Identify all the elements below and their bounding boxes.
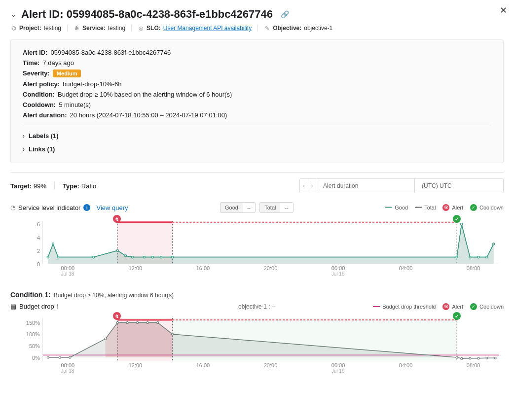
sli-title: Service level indicator [18, 204, 80, 211]
svg-point-39 [493, 243, 495, 245]
svg-point-61 [477, 357, 479, 359]
alert-info-card: Alert ID:05994085-8a0c-4238-863f-e1bbc42… [10, 39, 504, 163]
svg-point-53 [126, 321, 128, 323]
svg-point-26 [93, 256, 95, 258]
slo-icon: ◎ [138, 25, 144, 32]
svg-point-58 [456, 356, 458, 358]
svg-point-55 [147, 321, 148, 323]
svg-point-27 [116, 249, 118, 251]
header-meta: ⌬Project:testing ❋Service:testing ◎SLO:U… [10, 25, 504, 32]
svg-point-37 [477, 256, 479, 258]
svg-point-57 [171, 333, 173, 335]
cooldown-marker: ✓ [453, 215, 461, 223]
service-icon: ❋ [73, 25, 80, 32]
svg-point-29 [131, 256, 133, 258]
svg-point-38 [486, 256, 488, 258]
page-title: Alert ID: 05994085-8a0c-4238-863f-e1bbc4… [21, 8, 273, 21]
objective-icon: ✎ [264, 25, 270, 32]
svg-point-24 [52, 243, 54, 245]
timezone-select[interactable]: (UTC) UTC [415, 178, 504, 193]
svg-point-62 [486, 357, 488, 359]
svg-point-34 [456, 256, 458, 258]
info-icon[interactable]: i [57, 303, 59, 310]
sli-icon: ◔ [10, 204, 15, 211]
svg-point-48 [47, 356, 49, 358]
good-pill: Good-- [220, 202, 256, 213]
svg-point-36 [469, 256, 471, 258]
svg-point-56 [157, 321, 159, 323]
info-icon[interactable]: i [83, 204, 90, 211]
svg-point-31 [151, 256, 153, 258]
alert-marker: ↯ [113, 312, 121, 320]
legend-good: Good [385, 205, 408, 210]
budget-drop-icon: ▤ [10, 303, 16, 310]
svg-point-30 [143, 256, 145, 258]
budget-drop-title: Budget drop [19, 303, 54, 310]
legend-cooldown: ✓Cooldown [470, 204, 504, 211]
prev-range-button[interactable]: ‹ [300, 179, 308, 193]
legend-alert: ⦿Alert [442, 204, 463, 211]
svg-point-60 [469, 357, 471, 359]
legend-threshold: Budget drop threshold [373, 304, 436, 310]
budget-drop-chart: 0%50%100%150%08:00Jul 1812:0016:0020:000… [10, 312, 504, 376]
svg-point-59 [461, 357, 463, 359]
sli-chart: 024608:00Jul 1812:0016:0020:0000:00Jul 1… [10, 215, 504, 279]
svg-point-51 [105, 338, 107, 340]
svg-point-63 [494, 357, 496, 359]
svg-point-35 [461, 223, 463, 225]
permalink-icon[interactable]: 🔗 [281, 10, 289, 18]
svg-point-33 [171, 256, 173, 258]
next-range-button[interactable]: › [308, 179, 316, 193]
legend-cooldown: ✓Cooldown [470, 303, 504, 310]
svg-point-54 [137, 321, 139, 323]
collapse-chevron[interactable]: ⌄ [10, 11, 16, 17]
cooldown-marker: ✓ [453, 312, 461, 320]
legend-total: Total [415, 205, 436, 210]
links-expander[interactable]: ›Links (1) [23, 142, 491, 156]
svg-point-52 [116, 321, 118, 323]
project-icon: ⌬ [10, 25, 17, 32]
type-value: Type:Ratio [63, 182, 96, 190]
duration-select[interactable]: Alert duration [316, 178, 415, 193]
svg-point-49 [59, 356, 61, 358]
svg-point-23 [47, 256, 49, 258]
svg-point-32 [160, 256, 162, 258]
close-button[interactable]: ✕ [500, 5, 507, 16]
objective-centered-label: objective-1 : -- [238, 303, 276, 310]
legend-alert: ⦿Alert [442, 303, 463, 310]
svg-point-50 [69, 356, 71, 358]
chevron-right-icon: › [23, 146, 25, 153]
view-query-link[interactable]: View query [96, 204, 128, 211]
total-pill: Total-- [259, 202, 294, 213]
condition-title: Condition 1: [10, 291, 51, 299]
svg-point-28 [125, 255, 127, 257]
chevron-right-icon: › [23, 133, 25, 140]
alert-marker: ↯ [113, 215, 121, 223]
svg-point-25 [57, 256, 59, 258]
severity-badge: Medium [53, 70, 81, 77]
slo-link[interactable]: User Management API availability [163, 25, 252, 32]
target-value: Target:99% [10, 182, 46, 190]
labels-expander[interactable]: ›Labels (1) [23, 129, 491, 142]
condition-desc: Budget drop ≥ 10%, alerting window 6 hou… [54, 292, 174, 299]
